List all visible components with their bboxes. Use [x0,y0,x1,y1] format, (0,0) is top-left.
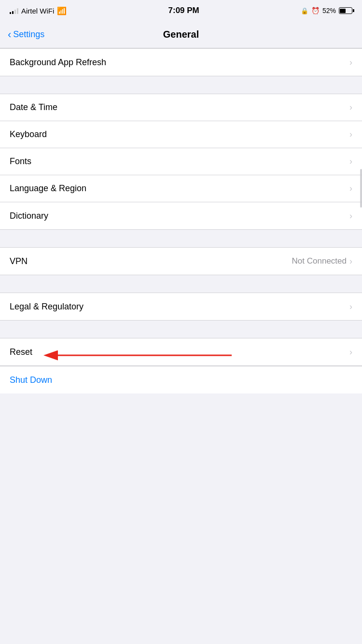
shutdown-label: Shut Down [10,375,52,385]
section-divider-3 [0,275,362,293]
row-label: Keyboard [10,129,47,140]
status-left: Airtel WiFi 📶 [10,6,67,15]
chevron-right-icon: › [349,129,352,140]
row-right: › [349,57,352,68]
carrier-label: Airtel WiFi [21,7,54,15]
row-label: VPN [10,256,28,266]
vpn-status: Not Connected [292,256,347,266]
section-top: Background App Refresh › [0,48,362,76]
chevron-right-icon: › [349,256,352,266]
section-divider-4 [0,321,362,338]
chevron-right-icon: › [349,183,352,194]
row-label: Language & Region [10,183,86,194]
status-bar: Airtel WiFi 📶 7:09 PM 🔒 ⏰ 52% [0,0,362,21]
row-label: Background App Refresh [10,57,106,68]
bottom-gap [0,393,362,422]
alarm-icon: ⏰ [311,7,320,14]
wifi-icon: 📶 [57,6,67,15]
section-reset: Reset › [0,338,362,366]
section-language: Date & Time › Keyboard › Fonts › Languag… [0,94,362,230]
back-label: Settings [13,29,44,40]
chevron-right-icon: › [349,347,352,357]
settings-content: Background App Refresh › Date & Time › K… [0,48,362,422]
back-button[interactable]: ‹ Settings [8,28,44,41]
section-divider-1 [0,76,362,94]
chevron-right-icon: › [349,57,352,68]
row-legal-regulatory[interactable]: Legal & Regulatory › [0,293,362,320]
row-shut-down[interactable]: Shut Down [0,366,362,393]
section-divider-2 [0,230,362,247]
row-label: Legal & Regulatory [10,302,84,312]
chevron-right-icon: › [349,211,352,221]
row-right: › [349,156,352,167]
row-dictionary[interactable]: Dictionary › [0,202,362,229]
status-right: 🔒 ⏰ 52% [301,7,352,14]
signal-bars-icon [10,7,18,14]
row-background-app-refresh[interactable]: Background App Refresh › [0,49,362,76]
row-date-time[interactable]: Date & Time › [0,94,362,121]
lock-icon: 🔒 [301,7,308,14]
row-language-region[interactable]: Language & Region › [0,175,362,202]
row-right: › [349,211,352,221]
row-right: › [349,183,352,194]
row-label: Date & Time [10,102,57,112]
status-time: 7:09 PM [168,6,199,15]
row-label: Fonts [10,156,31,167]
scrollbar[interactable] [360,169,362,208]
section-legal: Legal & Regulatory › [0,293,362,321]
battery-indicator [339,7,352,14]
chevron-right-icon: › [349,302,352,312]
row-vpn[interactable]: VPN Not Connected › [0,248,362,275]
section-vpn: VPN Not Connected › [0,247,362,275]
row-right: › [349,129,352,140]
row-label: Reset [10,347,32,357]
row-label: Dictionary [10,211,48,221]
row-right: › [349,302,352,312]
row-right: › [349,102,352,112]
battery-percent: 52% [322,7,336,14]
chevron-right-icon: › [349,102,352,112]
row-keyboard[interactable]: Keyboard › [0,121,362,148]
row-right: Not Connected › [292,256,352,266]
chevron-right-icon: › [349,156,352,167]
row-right: › [349,347,352,357]
nav-bar: ‹ Settings General [0,21,362,48]
page-title: General [163,29,199,40]
row-reset[interactable]: Reset › [0,338,362,365]
back-chevron-icon: ‹ [8,28,11,41]
row-fonts[interactable]: Fonts › [0,148,362,175]
